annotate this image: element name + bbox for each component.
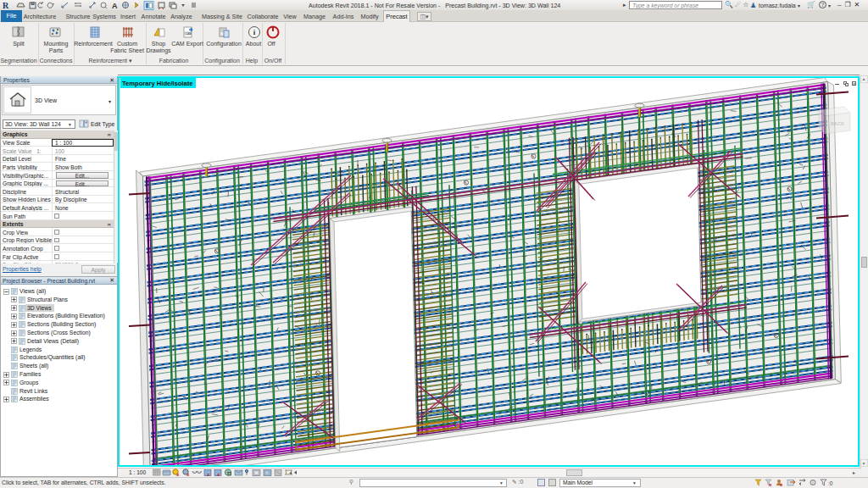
svg-text:x: x (769, 482, 772, 487)
svg-text:x: x (780, 482, 783, 487)
svg-text:BACK: BACK (831, 121, 844, 126)
svg-text:A: A (112, 2, 118, 10)
svg-text::0: :0 (828, 480, 833, 486)
svg-text:CAM: CAM (186, 32, 192, 36)
